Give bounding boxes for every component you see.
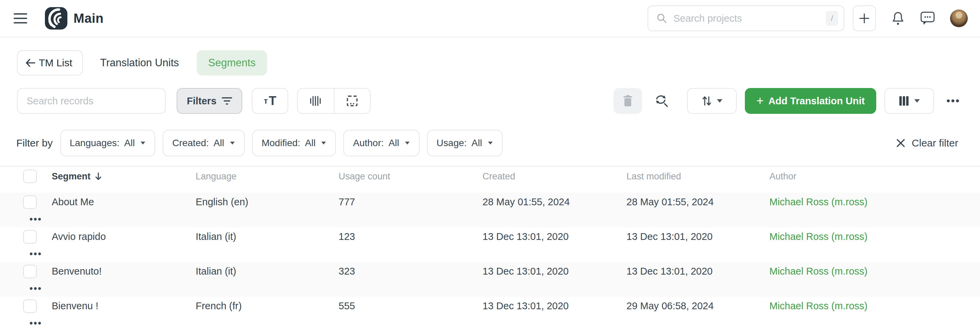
sort-button[interactable]	[687, 88, 737, 114]
author-link[interactable]: Michael Ross (m.ross)	[769, 231, 867, 242]
segment-cell: Bienvenu !	[52, 301, 196, 312]
created-cell: 13 Dec 13:01, 2020	[482, 266, 627, 277]
modified-cell: 13 Dec 13:01, 2020	[627, 266, 769, 277]
records-search-input[interactable]	[27, 95, 156, 107]
modified-cell: 29 May 06:58, 2024	[627, 301, 769, 312]
columns-button[interactable]	[885, 88, 934, 114]
user-avatar[interactable]	[950, 10, 968, 27]
segments-toolbar: Filters т T	[0, 88, 980, 114]
language-cell: French (fr)	[196, 301, 339, 312]
row-checkbox[interactable]	[23, 265, 37, 278]
trash-icon	[622, 95, 633, 107]
table-row[interactable]: Bienvenu ! French (fr) 555 13 Dec 13:01,…	[0, 297, 980, 331]
usage-count-cell: 123	[339, 231, 482, 242]
view-toggle-group	[297, 88, 371, 114]
chevron-down-icon	[321, 142, 326, 145]
modified-cell: 13 Dec 13:01, 2020	[627, 231, 769, 242]
tab-segments[interactable]: Segments	[197, 50, 267, 76]
row-checkbox[interactable]	[23, 230, 37, 244]
filters-button-label: Filters	[187, 95, 216, 107]
created-cell: 28 May 01:55, 2024	[482, 196, 627, 207]
row-checkbox[interactable]	[23, 195, 37, 209]
chevron-down-icon	[717, 99, 722, 103]
projects-search-input[interactable]	[673, 13, 826, 24]
find-replace-button[interactable]	[652, 93, 671, 109]
filter-pill-modified[interactable]: Modified: All	[252, 130, 336, 156]
table-row[interactable]: About Me English (en) 777 28 May 01:55, …	[0, 193, 980, 227]
filter-pill-created[interactable]: Created: All	[163, 130, 245, 156]
replace-icon	[653, 93, 669, 109]
row-menu-button[interactable]: •••	[23, 318, 52, 329]
column-header-language[interactable]: Language	[196, 171, 339, 182]
filter-bar: Filter by Languages: All Created: All Mo…	[0, 130, 980, 156]
column-header-modified[interactable]: Last modified	[627, 171, 769, 182]
show-whitespace-button[interactable]	[298, 89, 334, 113]
add-translation-unit-label: Add Translation Unit	[768, 95, 865, 107]
column-header-created[interactable]: Created	[482, 171, 627, 182]
tab-translation-units[interactable]: Translation Units	[100, 57, 179, 69]
author-link[interactable]: Michael Ross (m.ross)	[769, 266, 867, 277]
bell-icon	[891, 11, 905, 26]
table-row[interactable]: Benvenuto! Italian (it) 323 13 Dec 13:01…	[0, 262, 980, 297]
created-cell: 13 Dec 13:01, 2020	[482, 301, 627, 312]
feedback-button[interactable]	[920, 11, 935, 25]
page-title: Main	[73, 11, 104, 26]
filter-pill-usage[interactable]: Usage: All	[427, 130, 503, 156]
row-menu-button[interactable]: •••	[23, 214, 52, 225]
shortcut-badge: /	[826, 11, 838, 26]
table-row[interactable]: Avvio rapido Italian (it) 123 13 Dec 13:…	[0, 227, 980, 262]
row-checkbox[interactable]	[23, 299, 37, 313]
close-icon	[896, 138, 905, 148]
text-size-icon: т	[264, 96, 268, 106]
columns-icon	[899, 95, 910, 106]
column-header-segment[interactable]: Segment	[52, 171, 196, 182]
filter-pill-author[interactable]: Author: All	[343, 130, 419, 156]
projects-search[interactable]: /	[648, 5, 844, 31]
app-logo[interactable]	[45, 7, 67, 30]
more-options-button[interactable]: •••	[943, 95, 963, 107]
usage-count-cell: 323	[339, 266, 482, 277]
filter-icon	[222, 97, 232, 105]
delete-selected-button[interactable]	[614, 88, 642, 114]
text-size-toggle-button[interactable]: т T	[252, 88, 288, 114]
whitespace-icon	[309, 96, 322, 106]
tm-tabs-row: TM List Translation Units Segments	[0, 50, 980, 76]
chevron-down-icon	[230, 142, 235, 145]
author-link[interactable]: Michael Ross (m.ross)	[769, 301, 867, 311]
show-tags-button[interactable]	[334, 89, 370, 113]
new-project-button[interactable]	[853, 5, 876, 31]
select-all-checkbox[interactable]	[23, 169, 37, 183]
tags-frame-icon	[346, 95, 358, 107]
notifications-button[interactable]	[891, 11, 905, 26]
modified-cell: 28 May 01:55, 2024	[627, 196, 769, 207]
segment-cell: About Me	[52, 196, 196, 207]
back-to-tm-list-button[interactable]: TM List	[17, 50, 83, 76]
plus-icon: +	[756, 95, 764, 107]
chevron-down-icon	[488, 142, 493, 145]
clear-filter-label: Clear filter	[912, 137, 958, 149]
chevron-down-icon	[140, 142, 145, 145]
arrow-left-icon	[25, 59, 35, 67]
records-search[interactable]	[17, 88, 166, 114]
chevron-down-icon	[914, 99, 920, 103]
row-menu-button[interactable]: •••	[23, 249, 52, 259]
column-header-author[interactable]: Author	[769, 171, 947, 182]
author-link[interactable]: Michael Ross (m.ross)	[769, 196, 867, 207]
add-translation-unit-button[interactable]: + Add Translation Unit	[745, 88, 877, 114]
language-cell: Italian (it)	[196, 231, 339, 242]
created-cell: 13 Dec 13:01, 2020	[482, 231, 627, 242]
segment-cell: Avvio rapido	[52, 231, 196, 242]
segments-table: Segment Language Usage count Created Las…	[0, 166, 980, 331]
row-menu-button[interactable]: •••	[23, 283, 52, 294]
filter-pill-languages[interactable]: Languages: All	[60, 130, 155, 156]
language-cell: English (en)	[196, 196, 339, 207]
hamburger-menu-icon[interactable]	[14, 13, 27, 24]
top-bar: Main /	[0, 0, 980, 37]
usage-count-cell: 777	[339, 196, 482, 207]
clear-filter-button[interactable]: Clear filter	[896, 137, 958, 149]
column-header-usage[interactable]: Usage count	[339, 171, 482, 182]
segment-cell: Benvenuto!	[52, 266, 196, 277]
language-cell: Italian (it)	[196, 266, 339, 277]
filters-button[interactable]: Filters	[177, 88, 242, 114]
filter-by-label: Filter by	[16, 137, 53, 149]
